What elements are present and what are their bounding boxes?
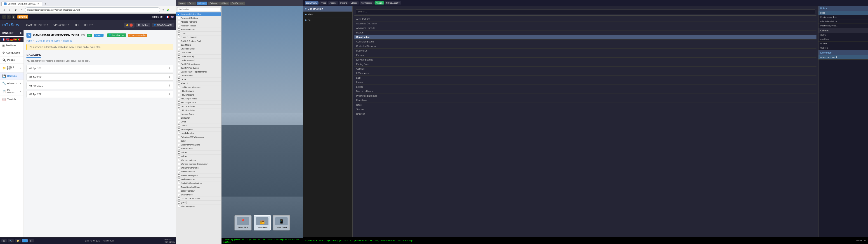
addon-checkbox-10[interactable] [178,52,180,54]
addon-checkbox-26[interactable] [178,113,180,115]
breadcrumb-panel[interactable]: Panel [26,39,32,42]
spawn-tab-panel[interactable]: PANEL [375,1,384,4]
addon-item-11[interactable]: DarkRP (ULX) [176,55,221,59]
addon-checkbox-50[interactable] [178,205,180,207]
addon-checkbox-30[interactable] [178,128,180,130]
new-tab-btn[interactable]: + [43,1,48,6]
game-tb-options[interactable]: Options [208,2,219,5]
flag-gb[interactable]: 🇬🇧 [170,16,174,19]
addon-checkbox-35[interactable] [178,148,180,150]
addon-checkbox-32[interactable] [178,136,180,138]
cabinet-coffre-item[interactable]: Coffre [818,33,868,37]
addon-item-6[interactable]: C.W.2.0 - SWCW [176,35,221,39]
taskbar-browser-btn[interactable]: 🌐 [22,239,28,242]
addon-checkbox-40[interactable] [178,167,180,169]
backup-restore-icon-3[interactable]: ⬇ [168,93,170,96]
sidebar-item-contract[interactable]: 📋 My contract ▶ [0,87,24,96]
lancement-avancement-item[interactable]: Avancement par d... [818,55,868,59]
addon-item-35[interactable]: ToBePoPolar [176,147,221,151]
spawn-subcat-fading-door[interactable]: Fading Door [354,62,816,67]
spawn-subcat-drawline[interactable]: Drawline [354,112,816,116]
addon-item-24[interactable]: HRL Specialties [176,104,221,109]
spawn-search-input[interactable] [356,9,815,14]
addon-checkbox-19[interactable] [178,86,180,88]
addon-item-19[interactable]: Lanktader's Weapons [176,85,221,89]
addon-checkbox-22[interactable] [178,98,180,100]
addon-item-23[interactable]: HRL Sniper Filter [176,101,221,104]
twitter-icon[interactable]: t [7,15,11,19]
addon-item-28[interactable]: Other [176,120,221,124]
addon-item-10[interactable]: Darx Admin [176,51,221,55]
nav-tf2[interactable]: TF2 [72,22,81,28]
sidebar-item-advanced[interactable]: 🔧 Advanced ▶ [0,80,24,87]
spawn-tab-spawnmenu[interactable]: spawnmenu [305,1,318,4]
police-section-header[interactable]: Police [818,6,868,11]
addon-checkbox-8[interactable] [178,44,180,46]
addon-checkbox-20[interactable] [178,90,180,92]
addon-checkbox-45[interactable] [178,186,180,188]
addon-checkbox-15[interactable] [178,71,180,73]
addon-item-22[interactable]: HRL Sniper Rifles [176,97,221,101]
addon-checkbox-9[interactable] [178,48,180,50]
addon-item-34[interactable]: BlackKoff's Weapons [176,143,221,147]
backup-restore-icon-1[interactable]: ⬇ [168,75,170,79]
addon-checkbox-5[interactable] [178,32,180,35]
flag-gb-sidebar[interactable]: 🇬🇧 [6,38,9,41]
addon-item-41[interactable]: Zenix GreenCP [176,170,221,174]
translate-button[interactable]: 🌐 Translate me! [107,33,126,37]
sidebar-item-plugins[interactable]: 🔌 Plugins [0,57,24,64]
tab-close-btn[interactable]: ✕ [37,3,39,5]
addon-item-0[interactable]: Advanced Police Files [176,12,221,16]
forward-btn[interactable]: ▶ [7,7,12,12]
menu-icon[interactable]: ⋮ [170,8,175,12]
addon-checkbox-39[interactable] [178,163,180,165]
addon-item-39[interactable]: Warfare Ingineer (Standalone) [176,162,221,166]
spawn-tab-props[interactable]: Props [319,1,328,4]
nav-vps-web[interactable]: VPS & WEB ▼ [51,22,72,28]
flag-fr[interactable]: 🇫🇷 [166,16,169,19]
flag-de-sidebar[interactable]: 🇩🇪 [9,38,13,41]
addon-item-20[interactable]: HRL Shotguns [176,89,221,93]
addon-checkbox-17[interactable] [178,79,180,81]
police-resolution-item[interactable]: Résolution droit de... [818,20,868,24]
police-position-item[interactable]: Positionner, vous... [818,24,868,28]
addon-item-15[interactable]: DarkRP SWP Replacements [176,70,221,74]
spawn-subcat-controlled-btn[interactable]: Controlled Button [354,39,816,44]
addon-checkbox-25[interactable] [178,109,180,111]
spawn-tab-utilities[interactable]: Utilities [349,1,359,4]
nav-game-servers[interactable]: GAME SERVERS ▼ [24,22,51,28]
addon-item-2[interactable]: Attract's Pet Gang [176,20,221,24]
game-tb-postprocess[interactable]: PostProcess [230,2,245,5]
cabinet-materiaux-item[interactable]: Matériaux [818,37,868,41]
addon-item-1[interactable]: Advanced Robbery [176,16,221,20]
spawn-cat-construction[interactable]: Construction [303,6,352,12]
btc-button[interactable]: BITCOIN [17,16,28,19]
spawn-subcat-led[interactable]: LED screens [354,71,816,76]
spawn-subcat-controlled-spawner[interactable]: Controlled Spawner [354,44,816,49]
addon-checkbox-7[interactable] [178,40,180,42]
addon-item-18[interactable]: Final Lift [176,82,221,85]
police-tablet-item[interactable]: 📱 Police Tablet [273,215,290,231]
backup-restore-icon-0[interactable]: ⬇ [168,67,170,70]
police-manip-item[interactable]: Manipulateur de s... [818,15,868,20]
police-radio-item[interactable]: 📻 Police Radio [254,215,271,231]
addon-item-38[interactable]: Warfare Ingineer [176,158,221,162]
addon-item-29[interactable]: Pawser [176,124,221,128]
back-btn[interactable]: ◀ [1,7,6,12]
flag-pt-sidebar[interactable]: 🇵🇹 [17,38,21,41]
game-tb-props[interactable]: Props [187,2,196,5]
address-bar[interactable]: https://mtxserv.com/manager#!/game/52955… [25,7,160,12]
spawn-tab-user[interactable]: NICOLAS2207 [385,1,401,4]
breadcrumb-gmod[interactable]: GMod 24 slots #530398 [36,39,60,42]
spawn-cat-fin[interactable]: Fin [303,18,352,23]
addon-item-27[interactable]: OkBlaster [176,116,221,120]
addon-item-4[interactable]: Ballistic shields [176,28,221,32]
addon-item-14[interactable]: DarkRP Fire System [176,66,221,70]
spawn-subcat-construction[interactable]: Construction [354,35,816,39]
backup-item-3[interactable]: 02 Apr 2021 ⬇ [26,91,174,98]
addon-item-13[interactable]: DarkRP Drug Sweps [176,62,221,66]
addon-item-43[interactable]: Zenix Meth Lab [176,178,221,181]
addon-checkbox-14[interactable] [178,67,180,69]
addon-item-32[interactable]: Roboticus003's Weapons [176,135,221,139]
cabinet-section-header[interactable]: Cabinet [818,28,868,33]
